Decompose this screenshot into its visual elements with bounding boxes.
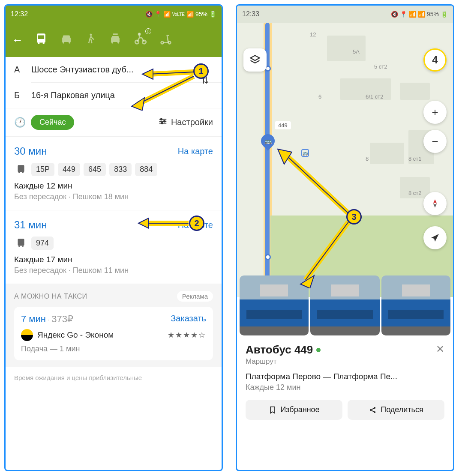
taxi-title: А МОЖНО НА ТАКСИ xyxy=(14,293,87,300)
status-time: 12:33 xyxy=(242,10,259,18)
beta-badge: β xyxy=(145,28,151,34)
battery-icon: 🔋 xyxy=(209,11,216,18)
mode-bus-icon[interactable] xyxy=(34,32,48,48)
svg-point-19 xyxy=(18,172,20,173)
settings-icon xyxy=(158,117,168,128)
battery-text: 95% xyxy=(427,11,439,18)
svg-marker-28 xyxy=(433,204,437,208)
taxi-section: А МОЖНО НА ТАКСИ Реклама 7 мин · 373₽ За… xyxy=(6,284,222,367)
svg-marker-25 xyxy=(132,98,144,111)
zoom-in-button[interactable]: + xyxy=(423,101,447,124)
bus-icon xyxy=(14,236,28,250)
route-number-label: 449 xyxy=(275,121,291,129)
status-time: 12:32 xyxy=(11,10,28,18)
callout-3: 3 xyxy=(346,209,362,225)
bus-num: 645 xyxy=(84,163,106,176)
share-button[interactable]: Поделиться xyxy=(348,400,444,420)
bus-icon xyxy=(14,162,28,176)
bus-row: 974 xyxy=(14,236,213,250)
svg-point-1 xyxy=(38,42,39,44)
mode-bike-icon[interactable]: β xyxy=(133,32,148,48)
duration: 31 мин xyxy=(14,219,47,231)
map-label: 8 ст2 xyxy=(408,190,422,196)
online-indicator xyxy=(316,348,321,352)
from-label: А xyxy=(14,65,31,75)
locate-button[interactable] xyxy=(423,226,447,249)
map-label: 8 ст1 xyxy=(408,156,422,162)
transport-modes-header: ← β xyxy=(6,23,222,57)
status-right: 🔇 📍 📶 VoLTE 📶 95% 🔋 xyxy=(145,11,216,18)
svg-point-9 xyxy=(117,42,119,43)
bus-num: 884 xyxy=(135,163,157,176)
time-settings-bar: 🕐 Сейчас Настройки xyxy=(6,108,222,137)
order-button[interactable]: Заказать xyxy=(171,314,206,325)
yandex-logo-icon xyxy=(21,329,33,341)
svg-point-5 xyxy=(69,42,70,43)
mode-walk-icon[interactable] xyxy=(84,33,97,47)
location-icon: 📍 xyxy=(400,11,407,18)
layers-button[interactable] xyxy=(243,48,267,72)
callout-2: 2 xyxy=(189,216,204,231)
bus-num: 974 xyxy=(31,237,54,250)
svg-point-16 xyxy=(164,120,165,122)
bus-num: 15Р xyxy=(31,163,54,176)
svg-rect-21 xyxy=(18,239,24,245)
svg-point-23 xyxy=(22,245,24,247)
provider-name: Яндекс Go - Эконом xyxy=(37,330,114,340)
svg-point-15 xyxy=(160,119,162,120)
time-left: 🕐 Сейчас xyxy=(14,115,74,130)
map-label: 5А xyxy=(353,48,360,55)
svg-marker-27 xyxy=(433,199,437,204)
details: Без пересадок · Пешком 18 мин xyxy=(14,192,213,201)
mode-scooter-icon[interactable] xyxy=(159,32,173,48)
route-description: Платформа Перово — Платформа Пе... xyxy=(246,372,444,381)
counter-button[interactable]: 4 xyxy=(423,48,447,72)
bus-row: 15Р 449 645 833 884 xyxy=(14,162,213,176)
mode-car-icon[interactable] xyxy=(59,32,74,48)
wifi-icon: 📶 xyxy=(163,11,171,18)
close-button[interactable]: ✕ xyxy=(436,343,444,355)
battery-icon: 🔋 xyxy=(441,11,448,18)
pickup-text: Подача — 1 мин xyxy=(21,344,206,353)
mode-taxi-icon[interactable] xyxy=(108,32,123,48)
bus-photo[interactable] xyxy=(381,275,450,335)
frequency: Каждые 12 мин xyxy=(14,181,213,191)
map-label: 6/1 ст2 xyxy=(366,93,383,100)
map-label: 6 xyxy=(318,93,321,100)
taxi-price: 373₽ xyxy=(51,314,73,324)
svg-point-8 xyxy=(111,42,113,43)
svg-rect-7 xyxy=(113,33,117,35)
taxi-card[interactable]: 7 мин · 373₽ Заказать Яндекс Go - Эконом… xyxy=(14,307,213,360)
route-frequency: Каждые 12 мин xyxy=(246,383,444,392)
signal-icon: 📶 xyxy=(418,11,425,18)
location-icon: 📍 xyxy=(154,11,162,18)
ad-badge: Реклама xyxy=(177,291,213,302)
map-link[interactable]: На карте xyxy=(178,147,213,156)
mute-icon: 🔇 xyxy=(145,11,153,18)
now-button[interactable]: Сейчас xyxy=(31,115,74,130)
compass-button[interactable] xyxy=(423,192,447,215)
back-button[interactable]: ← xyxy=(12,33,23,47)
zoom-out-button[interactable]: − xyxy=(423,130,447,153)
map-label: 8 xyxy=(366,156,369,162)
bus-info-card: Автобус 449 Маршрут ✕ Платформа Перово —… xyxy=(237,335,453,428)
map-label: 5 ст2 xyxy=(374,63,387,70)
map-view[interactable]: 12 5А 5 ст2 6 6/1 ст2 8 8 ст1 8 ст2 НИ 4… xyxy=(237,23,453,297)
phone-left: 12:32 🔇 📍 📶 VoLTE 📶 95% 🔋 ← β xyxy=(4,4,223,471)
svg-point-6 xyxy=(90,34,92,36)
net-label: VoLTE xyxy=(172,12,185,17)
route-result-1[interactable]: 30 мин На карте 15Р 449 645 833 884 Кажд… xyxy=(6,137,222,210)
settings-button[interactable]: Настройки xyxy=(158,117,213,128)
svg-point-13 xyxy=(161,42,164,44)
favorite-button[interactable]: Избранное xyxy=(246,400,342,420)
clock-icon: 🕐 xyxy=(14,117,26,128)
svg-point-2 xyxy=(43,42,45,44)
bus-num: 833 xyxy=(109,163,132,176)
route-type: Маршрут xyxy=(246,357,321,366)
svg-point-17 xyxy=(161,123,163,124)
bus-title: Автобус 449 xyxy=(246,343,321,356)
mute-icon: 🔇 xyxy=(391,11,398,18)
phone-right: 12:33 🔇 📍 📶 📶 95% 🔋 12 5А 5 ст2 6 6/1 ст… xyxy=(236,4,454,471)
battery-text: 95% xyxy=(195,11,207,18)
settings-label: Настройки xyxy=(171,117,213,127)
